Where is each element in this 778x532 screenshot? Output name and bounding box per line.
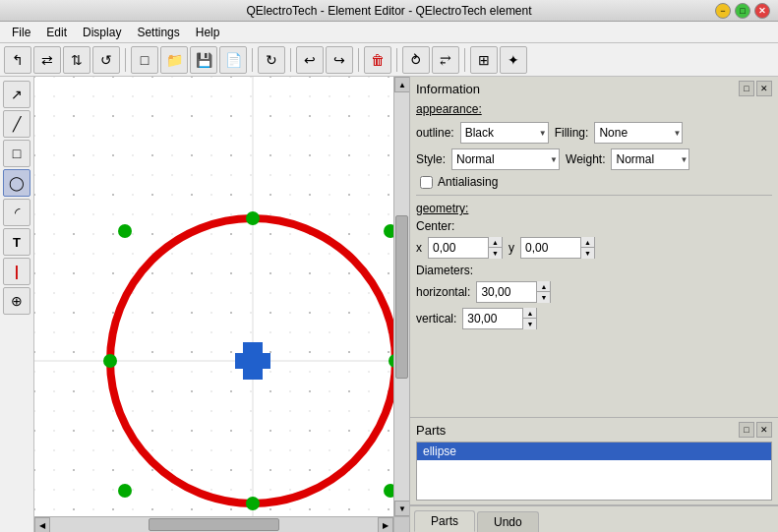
toolbar-paint[interactable]: ✦ bbox=[500, 46, 527, 74]
tool-terminal[interactable]: ⊕ bbox=[3, 287, 30, 315]
antialiasing-checkbox[interactable] bbox=[420, 176, 433, 189]
geometry-label: geometry: bbox=[416, 202, 772, 215]
scroll-left-button[interactable]: ◀ bbox=[34, 517, 50, 532]
scroll-track-h[interactable] bbox=[50, 517, 378, 532]
y-spin-up[interactable]: ▲ bbox=[580, 237, 594, 248]
y-spinner: ▲ ▼ bbox=[520, 237, 595, 259]
vertical-spin-down[interactable]: ▼ bbox=[522, 319, 536, 329]
horizontal-label: horizontal: bbox=[416, 285, 470, 299]
toolbar-flip-h[interactable]: ⇄ bbox=[33, 46, 61, 74]
toolbar-redo[interactable]: ↪ bbox=[326, 46, 353, 74]
toolbar-flip-v[interactable]: ⇅ bbox=[63, 46, 90, 74]
parts-expand-icon[interactable]: □ bbox=[739, 422, 754, 438]
weight-label: Weight: bbox=[566, 152, 605, 166]
maximize-button[interactable]: □ bbox=[735, 3, 750, 19]
toolbar-open[interactable]: 📁 bbox=[160, 46, 188, 74]
tool-line[interactable]: ╱ bbox=[3, 110, 30, 138]
x-spin-up[interactable]: ▲ bbox=[488, 237, 502, 248]
y-spin-down[interactable]: ▼ bbox=[580, 248, 594, 259]
vertical-spin-up[interactable]: ▲ bbox=[522, 308, 536, 319]
menu-settings[interactable]: Settings bbox=[129, 24, 187, 41]
weight-select[interactable]: Normal Thin Medium Thick bbox=[611, 148, 689, 170]
tool-pin[interactable]: | bbox=[3, 258, 30, 285]
info-expand-icon[interactable]: □ bbox=[739, 81, 754, 96]
menu-file[interactable]: File bbox=[4, 24, 38, 41]
y-label: y bbox=[509, 241, 514, 255]
parts-close-icon[interactable]: ✕ bbox=[756, 422, 772, 438]
tab-undo[interactable]: Undo bbox=[477, 511, 539, 532]
separator-3 bbox=[290, 48, 291, 72]
tool-text[interactable]: T bbox=[3, 228, 30, 256]
canvas-svg bbox=[34, 77, 393, 516]
menu-bar: File Edit Display Settings Help bbox=[0, 22, 778, 43]
menu-display[interactable]: Display bbox=[75, 24, 129, 41]
scroll-track-v[interactable] bbox=[394, 92, 409, 501]
canvas-area[interactable]: ▲ ▼ ◀ ▶ bbox=[34, 77, 409, 532]
svg-rect-10 bbox=[34, 77, 393, 516]
left-tools: ↗ ╱ □ ◯ ◜ T | ⊕ bbox=[0, 77, 34, 532]
toolbar-refresh[interactable]: ↻ bbox=[258, 46, 285, 74]
tool-rect[interactable]: □ bbox=[3, 140, 30, 167]
vertical-scrollbar[interactable]: ▲ ▼ bbox=[393, 77, 409, 516]
close-button[interactable]: ✕ bbox=[754, 3, 770, 19]
outline-filling-row: outline: Black White Red Green Blue None… bbox=[416, 122, 772, 144]
tool-arc[interactable]: ◜ bbox=[3, 199, 30, 226]
toolbar-save-as[interactable]: 📄 bbox=[219, 46, 247, 74]
scroll-down-button[interactable]: ▼ bbox=[394, 501, 409, 516]
toolbar-new[interactable]: □ bbox=[131, 46, 158, 74]
toolbar-resize1[interactable]: ⥁ bbox=[402, 46, 430, 74]
x-spinner: ▲ ▼ bbox=[428, 237, 503, 259]
outline-select[interactable]: Black White Red Green Blue None bbox=[460, 122, 549, 144]
window-controls: − □ ✕ bbox=[715, 3, 770, 19]
svg-point-22 bbox=[118, 484, 132, 498]
toolbar-select-all[interactable]: ↰ bbox=[4, 46, 31, 74]
tab-parts[interactable]: Parts bbox=[414, 510, 475, 532]
horizontal-input[interactable] bbox=[477, 282, 536, 302]
horizontal-spin-up[interactable]: ▲ bbox=[536, 281, 550, 292]
info-close-icon[interactable]: ✕ bbox=[756, 81, 772, 96]
tool-circle[interactable]: ◯ bbox=[3, 169, 30, 197]
scroll-up-button[interactable]: ▲ bbox=[394, 77, 409, 92]
style-select[interactable]: Normal Dashed Dotted bbox=[451, 148, 560, 170]
window-title: QElectroTech - Element Editor - QElectro… bbox=[63, 4, 715, 18]
horizontal-spin-down[interactable]: ▼ bbox=[536, 292, 550, 303]
svg-point-16 bbox=[246, 211, 260, 225]
toolbar-delete[interactable]: 🗑 bbox=[364, 46, 391, 74]
scroll-thumb-h[interactable] bbox=[149, 518, 279, 531]
y-input[interactable] bbox=[521, 238, 580, 258]
outline-label: outline: bbox=[416, 126, 454, 140]
x-spin-down[interactable]: ▼ bbox=[488, 248, 502, 259]
separator-1 bbox=[125, 48, 126, 72]
diameters-label: Diameters: bbox=[416, 264, 772, 277]
antialiasing-label: Antialiasing bbox=[438, 175, 498, 189]
vertical-input[interactable] bbox=[463, 309, 522, 328]
separator-4 bbox=[358, 48, 359, 72]
minimize-button[interactable]: − bbox=[715, 3, 731, 19]
parts-icons: □ ✕ bbox=[739, 422, 772, 438]
horizontal-spin-buttons: ▲ ▼ bbox=[536, 281, 550, 303]
toolbar-undo[interactable]: ↩ bbox=[296, 46, 324, 74]
toolbar-rotate[interactable]: ↺ bbox=[92, 46, 120, 74]
style-weight-row: Style: Normal Dashed Dotted ▼ Weight: No… bbox=[416, 148, 772, 170]
toolbar-save[interactable]: 💾 bbox=[190, 46, 217, 74]
toolbar-move[interactable]: ⊞ bbox=[470, 46, 498, 74]
horizontal-scrollbar[interactable]: ◀ ▶ bbox=[34, 516, 393, 532]
tool-arrow[interactable]: ↗ bbox=[3, 81, 30, 108]
parts-list[interactable]: ellipse bbox=[416, 442, 772, 501]
toolbar-resize2[interactable]: ⥂ bbox=[432, 46, 459, 74]
x-spin-buttons: ▲ ▼ bbox=[488, 237, 502, 259]
main-area: ↗ ╱ □ ◯ ◜ T | ⊕ bbox=[0, 77, 778, 532]
filling-select[interactable]: None Black White Red Green Blue bbox=[594, 122, 683, 144]
info-title: Information bbox=[416, 82, 480, 96]
menu-edit[interactable]: Edit bbox=[38, 24, 75, 41]
svg-rect-15 bbox=[235, 353, 270, 369]
menu-help[interactable]: Help bbox=[188, 24, 228, 41]
x-input[interactable] bbox=[429, 238, 488, 258]
scroll-right-button[interactable]: ▶ bbox=[378, 517, 393, 532]
bottom-tabs: Parts Undo bbox=[410, 504, 778, 532]
parts-header: Parts □ ✕ bbox=[416, 422, 772, 438]
svg-point-20 bbox=[118, 224, 132, 238]
scroll-thumb-v[interactable] bbox=[395, 215, 408, 379]
x-label: x bbox=[416, 241, 422, 255]
parts-item-ellipse[interactable]: ellipse bbox=[417, 443, 771, 460]
